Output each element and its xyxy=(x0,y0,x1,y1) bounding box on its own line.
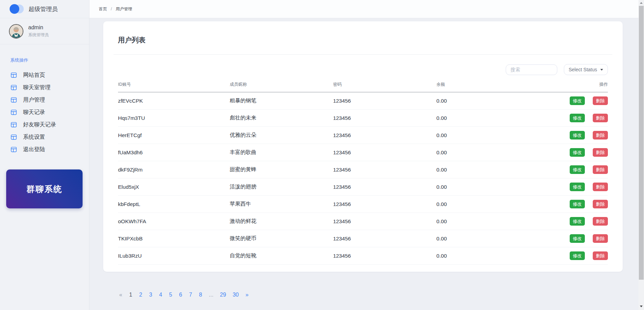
cell-nickname: 苹果西牛 xyxy=(230,196,333,213)
pagination-page[interactable]: 8 xyxy=(199,292,202,298)
layout-icon xyxy=(10,121,17,128)
delete-button[interactable]: 删除 xyxy=(593,200,608,209)
delete-button[interactable]: 删除 xyxy=(593,96,608,105)
delete-button[interactable]: 删除 xyxy=(593,165,608,174)
table-row: Elud5xjX活泼的翅膀1234560.00修改删除 xyxy=(118,178,608,196)
edit-button[interactable]: 修改 xyxy=(570,251,585,260)
vertical-scrollbar[interactable] xyxy=(638,0,644,310)
cell-password: 123456 xyxy=(333,178,436,196)
cell-balance: 0.00 xyxy=(437,247,524,265)
sidebar-item[interactable]: 用户管理 xyxy=(0,94,89,106)
cell-balance: 0.00 xyxy=(437,144,524,161)
breadcrumb-home[interactable]: 首页 xyxy=(99,6,107,12)
sidebar-item[interactable]: 网站首页 xyxy=(0,69,89,81)
cell-password: 123456 xyxy=(333,127,436,144)
sidebar-item[interactable]: 退出登陆 xyxy=(0,143,89,156)
sidebar-item[interactable]: 好友聊天记录 xyxy=(0,118,89,131)
pagination-page[interactable]: 7 xyxy=(189,292,192,298)
cell-nickname: 甜蜜的黄蜂 xyxy=(230,161,333,178)
layout-icon xyxy=(10,146,17,153)
delete-button[interactable]: 删除 xyxy=(593,131,608,140)
delete-button[interactable]: 删除 xyxy=(593,251,608,260)
edit-button[interactable]: 修改 xyxy=(570,96,585,105)
table-row: dkF9ZjRm甜蜜的黄蜂1234560.00修改删除 xyxy=(118,161,608,178)
table-row: TKIPXcbB微笑的硬币1234560.00修改删除 xyxy=(118,230,608,247)
cell-password: 123456 xyxy=(333,92,436,110)
delete-button[interactable]: 删除 xyxy=(593,217,608,226)
search-input[interactable] xyxy=(506,64,557,75)
brand-box: 群聊系统 xyxy=(6,169,83,208)
column-header-id: ID账号 xyxy=(118,82,230,92)
sidebar-item[interactable]: 系统设置 xyxy=(0,131,89,143)
cell-nickname: 丰富的歌曲 xyxy=(230,144,333,161)
table-row: oOKWh7FA激动的鲜花1234560.00修改删除 xyxy=(118,213,608,230)
table-header-row: ID账号 成员昵称 密码 余额 操作 xyxy=(118,82,608,92)
pagination: «12345678...2930» xyxy=(119,292,249,298)
sidebar-item-label: 用户管理 xyxy=(23,96,45,104)
edit-button[interactable]: 修改 xyxy=(570,114,585,123)
cell-balance: 0.00 xyxy=(437,92,524,110)
pagination-ellipsis: ... xyxy=(209,292,213,298)
pagination-prev[interactable]: « xyxy=(119,292,122,298)
toolbar: Select Status xyxy=(118,64,608,75)
pagination-page[interactable]: 4 xyxy=(159,292,162,298)
edit-button[interactable]: 修改 xyxy=(570,148,585,157)
sidebar-item[interactable]: 聊天记录 xyxy=(0,106,89,118)
status-select[interactable]: Select Status xyxy=(564,64,608,75)
user-profile: admin 系统管理员 xyxy=(0,18,89,44)
pagination-page[interactable]: 2 xyxy=(139,292,142,298)
cell-password: 123456 xyxy=(333,230,436,247)
edit-button[interactable]: 修改 xyxy=(570,234,585,243)
cell-password: 123456 xyxy=(333,213,436,230)
avatar xyxy=(9,24,23,39)
column-header-nickname: 成员昵称 xyxy=(230,82,333,92)
edit-button[interactable]: 修改 xyxy=(570,131,585,140)
cell-id: oOKWh7FA xyxy=(118,213,230,230)
pagination-next[interactable]: » xyxy=(245,292,249,298)
cell-id: fUaM3dh6 xyxy=(118,144,230,161)
sidebar-item-label: 好友聊天记录 xyxy=(23,121,56,128)
column-header-balance: 余额 xyxy=(437,82,524,92)
edit-button[interactable]: 修改 xyxy=(570,217,585,226)
cell-nickname: 优雅的云朵 xyxy=(230,127,333,144)
pagination-page[interactable]: 3 xyxy=(149,292,152,298)
sidebar-section-label: 系统操作 xyxy=(10,57,89,63)
scroll-down-button[interactable] xyxy=(638,303,644,309)
breadcrumb-separator: / xyxy=(111,7,112,11)
pagination-page[interactable]: 5 xyxy=(169,292,172,298)
table-row: Hqs7m3TU彪壮的未来1234560.00修改删除 xyxy=(118,110,608,127)
logo-row: 超级管理员 xyxy=(0,0,89,18)
edit-button[interactable]: 修改 xyxy=(570,165,585,174)
pagination-page[interactable]: 30 xyxy=(233,292,239,298)
cell-balance: 0.00 xyxy=(437,161,524,178)
column-header-actions: 操作 xyxy=(524,82,608,92)
pagination-page[interactable]: 29 xyxy=(220,292,226,298)
user-list-card: 用户列表 Select Status ID账号 成员昵称 密码 余额 操作 zf… xyxy=(103,21,623,272)
edit-button[interactable]: 修改 xyxy=(570,183,585,192)
scroll-up-button[interactable] xyxy=(638,0,644,6)
column-header-password: 密码 xyxy=(333,82,436,92)
cell-id: ILub3RzU xyxy=(118,247,230,265)
table-row: zfEVcCPK粗暴的钢笔1234560.00修改删除 xyxy=(118,92,608,110)
layout-icon xyxy=(10,96,17,103)
sidebar: 超级管理员 admin 系统管理员 系统操作 网站首页聊天室管理用户管理聊天记录… xyxy=(0,0,89,310)
sidebar-item-label: 网站首页 xyxy=(23,72,45,79)
cell-balance: 0.00 xyxy=(437,196,524,213)
delete-button[interactable]: 删除 xyxy=(593,234,608,243)
delete-button[interactable]: 删除 xyxy=(593,183,608,192)
cell-balance: 0.00 xyxy=(437,178,524,196)
cell-id: kbFdeptL xyxy=(118,196,230,213)
pagination-current-page[interactable]: 1 xyxy=(129,292,132,298)
pagination-page[interactable]: 6 xyxy=(179,292,182,298)
delete-button[interactable]: 删除 xyxy=(593,114,608,123)
delete-button[interactable]: 删除 xyxy=(593,148,608,157)
scrollbar-thumb[interactable] xyxy=(639,6,644,280)
cell-id: zfEVcCPK xyxy=(118,92,230,110)
edit-button[interactable]: 修改 xyxy=(570,200,585,209)
cell-nickname: 活泼的翅膀 xyxy=(230,178,333,196)
cell-balance: 0.00 xyxy=(437,127,524,144)
caret-down-icon xyxy=(600,69,603,71)
sidebar-item[interactable]: 聊天室管理 xyxy=(0,81,89,94)
cell-balance: 0.00 xyxy=(437,230,524,247)
page-title: 用户列表 xyxy=(118,21,608,45)
